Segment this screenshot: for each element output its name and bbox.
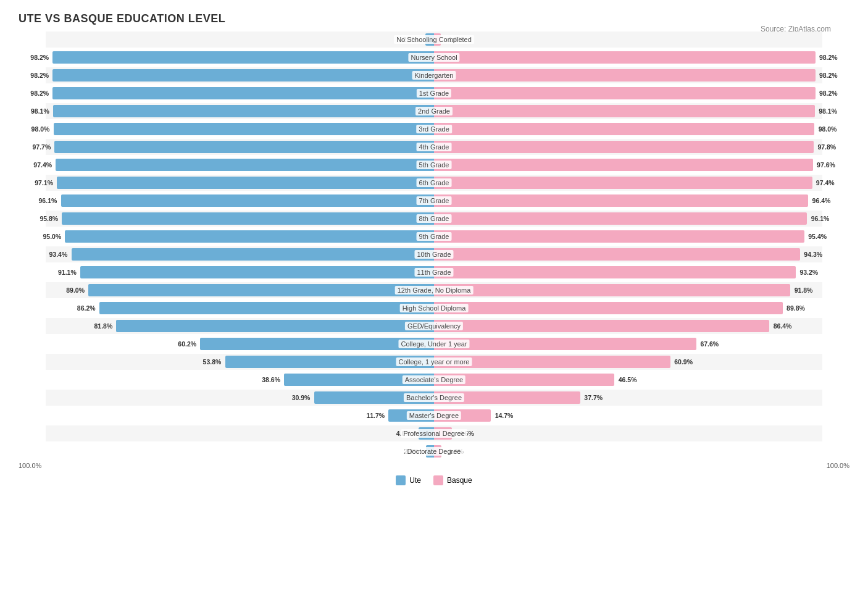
chart-row: 97.1% 6th Grade 97.4% [46, 175, 822, 191]
left-value: 98.1% [31, 107, 49, 115]
bottom-left-label: 100.0% [19, 462, 41, 469]
right-value: 89.8% [787, 304, 805, 312]
row-label: Doctorate Degree [405, 447, 464, 456]
right-value: 46.5% [619, 376, 637, 383]
row-label: Associate's Degree [403, 375, 465, 384]
chart-row: 98.1% 2nd Grade 98.1% [46, 103, 822, 119]
right-side: 14.7% [434, 408, 822, 424]
row-label: GED/Equivalency [405, 322, 463, 330]
bottom-labels: 100.0% 100.0% [19, 462, 849, 469]
chart-row: 97.4% 5th Grade 97.6% [46, 157, 822, 173]
right-value: 93.2% [799, 269, 818, 276]
row-label: 2nd Grade [415, 107, 453, 115]
right-side: 95.4% [434, 228, 822, 245]
left-side: 96.1% [46, 193, 434, 209]
bar-right: 97.8% [434, 141, 814, 153]
left-value: 81.8% [94, 322, 112, 330]
left-value: 98.2% [30, 54, 49, 61]
left-side: 53.8% [46, 354, 434, 370]
right-side: 98.1% [434, 103, 822, 119]
right-value: 37.7% [584, 394, 603, 401]
bar-right: 89.8% [434, 302, 783, 314]
bottom-right-label: 100.0% [827, 462, 849, 469]
row-label: 1st Grade [417, 89, 451, 98]
right-side: 60.9% [434, 354, 822, 370]
right-side: 97.4% [434, 175, 822, 191]
right-value: 98.2% [819, 72, 838, 79]
right-value: 97.6% [817, 161, 835, 169]
right-value: 98.2% [819, 54, 838, 61]
left-value: 95.0% [43, 233, 61, 240]
right-value: 97.4% [816, 179, 835, 186]
bar-right: 95.4% [434, 230, 804, 243]
bar-left: 98.1% [53, 105, 434, 117]
right-side: 1.9% [434, 443, 822, 459]
left-side: 30.9% [46, 390, 434, 406]
chart-row: 98.2% Nursery School 98.2% [46, 49, 822, 65]
bar-left: 97.4% [56, 159, 434, 171]
bar-left: 95.0% [65, 230, 434, 243]
row-label: Nursery School [408, 53, 459, 62]
right-value: 96.1% [811, 215, 830, 222]
right-side: 96.1% [434, 211, 822, 227]
bar-left: 95.8% [62, 212, 434, 225]
left-side: 97.4% [46, 157, 434, 173]
chart-row: 89.0% 12th Grade, No Diploma 91.8% [46, 282, 822, 298]
chart-rows: 2.3% No Schooling Completed 1.8% 98.2% N… [19, 31, 849, 459]
row-label: No Schooling Completed [394, 35, 474, 44]
right-side: 97.8% [434, 139, 822, 155]
left-value: 89.0% [66, 286, 85, 294]
left-value: 93.4% [49, 251, 68, 258]
chart-row: 98.2% Kindergarten 98.2% [46, 67, 822, 83]
chart-area: 2.3% No Schooling Completed 1.8% 98.2% N… [19, 31, 849, 485]
left-value: 97.4% [33, 161, 52, 169]
chart-row: 86.2% High School Diploma 89.8% [46, 300, 822, 316]
chart-row: 81.8% GED/Equivalency 86.4% [46, 318, 822, 334]
row-label: College, 1 year or more [396, 357, 472, 366]
left-value: 11.7% [366, 412, 385, 419]
right-value: 91.8% [795, 286, 813, 294]
left-side: 98.2% [46, 85, 434, 101]
right-side: 98.2% [434, 85, 822, 101]
bar-right: 98.0% [434, 123, 814, 135]
right-side: 93.2% [434, 264, 822, 280]
right-side: 67.6% [434, 336, 822, 352]
right-value: 67.6% [700, 340, 719, 348]
left-side: 95.8% [46, 211, 434, 227]
bar-right: 98.2% [434, 51, 816, 64]
row-label: 10th Grade [414, 250, 453, 259]
left-side: 98.2% [46, 67, 434, 83]
right-value: 60.9% [674, 358, 693, 366]
right-side: 1.8% [434, 31, 822, 48]
right-side: 96.4% [434, 193, 822, 209]
right-value: 94.3% [804, 251, 822, 258]
bar-right: 97.6% [434, 159, 813, 171]
row-label: 6th Grade [417, 178, 452, 187]
right-side: 46.5% [434, 372, 822, 388]
row-label: Bachelor's Degree [404, 393, 464, 402]
legend-ute: Ute [396, 475, 421, 485]
right-value: 14.7% [495, 412, 514, 419]
left-value: 91.1% [58, 269, 77, 276]
left-value: 38.6% [262, 376, 280, 383]
left-side: 86.2% [46, 300, 434, 316]
row-label: 12th Grade, No Diploma [395, 286, 474, 295]
left-value: 97.1% [35, 179, 53, 186]
bar-right: 67.6% [434, 338, 696, 350]
left-side: 89.0% [46, 282, 434, 298]
right-side: 4.6% [434, 425, 822, 441]
left-side: 11.7% [46, 408, 434, 424]
row-label: 8th Grade [417, 214, 452, 223]
left-side: 95.0% [46, 228, 434, 245]
chart-row: 95.8% 8th Grade 96.1% [46, 211, 822, 227]
row-label: High School Diploma [400, 304, 469, 312]
right-value: 98.2% [819, 90, 838, 97]
row-label: Professional Degree [401, 429, 467, 438]
bar-right: 98.2% [434, 87, 816, 99]
right-side: 97.6% [434, 157, 822, 173]
right-side: 94.3% [434, 246, 822, 262]
bar-left: 91.1% [80, 266, 434, 278]
row-label: College, Under 1 year [398, 340, 469, 348]
left-value: 97.7% [32, 143, 51, 151]
right-side: 91.8% [434, 282, 822, 298]
